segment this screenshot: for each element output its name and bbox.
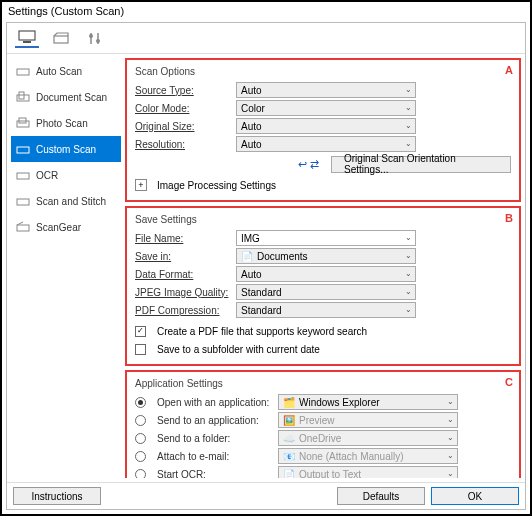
sidebar-item-label: ScanGear xyxy=(36,222,81,233)
file-name-input[interactable]: IMG⌄ xyxy=(236,230,416,246)
start-ocr-radio[interactable] xyxy=(135,469,146,479)
jpeg-quality-label: JPEG Image Quality: xyxy=(135,287,230,298)
panel-letter-a: A xyxy=(505,64,513,76)
photo-scan-icon xyxy=(16,116,30,130)
chevron-down-icon: ⌄ xyxy=(405,305,412,314)
resolution-select[interactable]: Auto⌄ xyxy=(236,136,416,152)
keyword-search-checkbox[interactable]: ✓ xyxy=(135,326,146,337)
sidebar-item-label: OCR xyxy=(36,170,58,181)
send-folder-select[interactable]: ☁️OneDrive⌄ xyxy=(278,430,458,446)
send-app-label: Send to an application: xyxy=(157,415,272,426)
custom-scan-icon xyxy=(16,142,30,156)
chevron-down-icon: ⌄ xyxy=(405,251,412,260)
window-title: Settings (Custom Scan) xyxy=(2,2,530,20)
text-output-icon: 📄 xyxy=(283,468,295,478)
sidebar-item-document-scan[interactable]: Document Scan xyxy=(11,84,121,110)
resolution-label: Resolution: xyxy=(135,139,230,150)
panel-header: Save Settings xyxy=(135,214,511,225)
pdf-compression-label: PDF Compression: xyxy=(135,305,230,316)
data-format-label: Data Format: xyxy=(135,269,230,280)
save-in-select[interactable]: 📄Documents⌄ xyxy=(236,248,416,264)
svg-rect-14 xyxy=(17,199,29,205)
sidebar-item-label: Scan and Stitch xyxy=(36,196,106,207)
chevron-down-icon: ⌄ xyxy=(405,139,412,148)
explorer-icon: 🗂️ xyxy=(283,396,295,408)
document-scan-icon xyxy=(16,90,30,104)
auto-scan-icon xyxy=(16,64,30,78)
sidebar: Auto Scan Document Scan Photo Scan Custo… xyxy=(11,58,121,478)
svg-rect-12 xyxy=(17,147,29,153)
sidebar-item-scan-and-stitch[interactable]: Scan and Stitch xyxy=(11,188,121,214)
ocr-icon xyxy=(16,168,30,182)
panel-letter-c: C xyxy=(505,376,513,388)
open-app-radio[interactable] xyxy=(135,397,146,408)
chevron-down-icon: ⌄ xyxy=(447,433,454,442)
open-app-select[interactable]: 🗂️Windows Explorer⌄ xyxy=(278,394,458,410)
panel-header: Application Settings xyxy=(135,378,511,389)
orientation-reset-icon[interactable]: ↩ ⇄ xyxy=(298,158,319,171)
svg-rect-7 xyxy=(17,69,29,75)
chevron-down-icon: ⌄ xyxy=(405,121,412,130)
toolbar xyxy=(7,23,525,53)
scan-from-panel-icon[interactable] xyxy=(49,28,73,48)
email-icon: 📧 xyxy=(283,450,295,462)
footer: Instructions Defaults OK xyxy=(7,482,525,509)
panel-letter-b: B xyxy=(505,212,513,224)
source-type-select[interactable]: Auto⌄ xyxy=(236,82,416,98)
sidebar-item-photo-scan[interactable]: Photo Scan xyxy=(11,110,121,136)
start-ocr-select[interactable]: 📄Output to Text⌄ xyxy=(278,466,458,478)
svg-rect-2 xyxy=(54,36,68,43)
sidebar-item-label: Photo Scan xyxy=(36,118,88,129)
send-app-select[interactable]: 🖼️Preview⌄ xyxy=(278,412,458,428)
chevron-down-icon: ⌄ xyxy=(447,451,454,460)
data-format-select[interactable]: Auto⌄ xyxy=(236,266,416,282)
sidebar-item-label: Auto Scan xyxy=(36,66,82,77)
sidebar-item-ocr[interactable]: OCR xyxy=(11,162,121,188)
attach-email-select[interactable]: 📧None (Attach Manually)⌄ xyxy=(278,448,458,464)
svg-rect-15 xyxy=(17,225,29,231)
color-mode-select[interactable]: Color⌄ xyxy=(236,100,416,116)
chevron-down-icon: ⌄ xyxy=(405,269,412,278)
scangear-icon xyxy=(16,220,30,234)
sidebar-item-scangear[interactable]: ScanGear xyxy=(11,214,121,240)
send-app-radio[interactable] xyxy=(135,415,146,426)
chevron-down-icon: ⌄ xyxy=(447,397,454,406)
subfolder-checkbox[interactable] xyxy=(135,344,146,355)
sidebar-item-label: Custom Scan xyxy=(36,144,96,155)
chevron-down-icon: ⌄ xyxy=(405,85,412,94)
chevron-down-icon: ⌄ xyxy=(447,415,454,424)
start-ocr-label: Start OCR: xyxy=(157,469,272,479)
pdf-compression-select[interactable]: Standard⌄ xyxy=(236,302,416,318)
orientation-settings-button[interactable]: Original Scan Orientation Settings... xyxy=(331,156,511,173)
color-mode-label: Color Mode: xyxy=(135,103,230,114)
chevron-down-icon: ⌄ xyxy=(405,287,412,296)
sidebar-item-custom-scan[interactable]: Custom Scan xyxy=(11,136,121,162)
open-app-label: Open with an application: xyxy=(157,397,272,408)
file-name-label: File Name: xyxy=(135,233,230,244)
send-folder-radio[interactable] xyxy=(135,433,146,444)
save-in-label: Save in: xyxy=(135,251,230,262)
svg-rect-1 xyxy=(23,41,31,43)
attach-email-radio[interactable] xyxy=(135,451,146,462)
svg-point-5 xyxy=(89,34,93,38)
expand-image-processing-icon[interactable]: + xyxy=(135,179,147,191)
general-settings-icon[interactable] xyxy=(83,28,107,48)
defaults-button[interactable]: Defaults xyxy=(337,487,425,505)
original-size-select[interactable]: Auto⌄ xyxy=(236,118,416,134)
scan-from-computer-icon[interactable] xyxy=(15,28,39,48)
jpeg-quality-select[interactable]: Standard⌄ xyxy=(236,284,416,300)
ok-button[interactable]: OK xyxy=(431,487,519,505)
image-processing-label: Image Processing Settings xyxy=(157,180,276,191)
panel-scan-options: A Scan Options Source Type: Auto⌄ Color … xyxy=(125,58,521,202)
panel-application-settings: C Application Settings Open with an appl… xyxy=(125,370,521,478)
chevron-down-icon: ⌄ xyxy=(405,103,412,112)
sidebar-item-auto-scan[interactable]: Auto Scan xyxy=(11,58,121,84)
chevron-down-icon: ⌄ xyxy=(405,233,412,242)
keyword-search-label: Create a PDF file that supports keyword … xyxy=(157,326,367,337)
instructions-button[interactable]: Instructions xyxy=(13,487,101,505)
panel-header: Scan Options xyxy=(135,66,511,77)
sidebar-item-label: Document Scan xyxy=(36,92,107,103)
documents-folder-icon: 📄 xyxy=(241,250,253,262)
preview-icon: 🖼️ xyxy=(283,414,295,426)
onedrive-icon: ☁️ xyxy=(283,432,295,444)
